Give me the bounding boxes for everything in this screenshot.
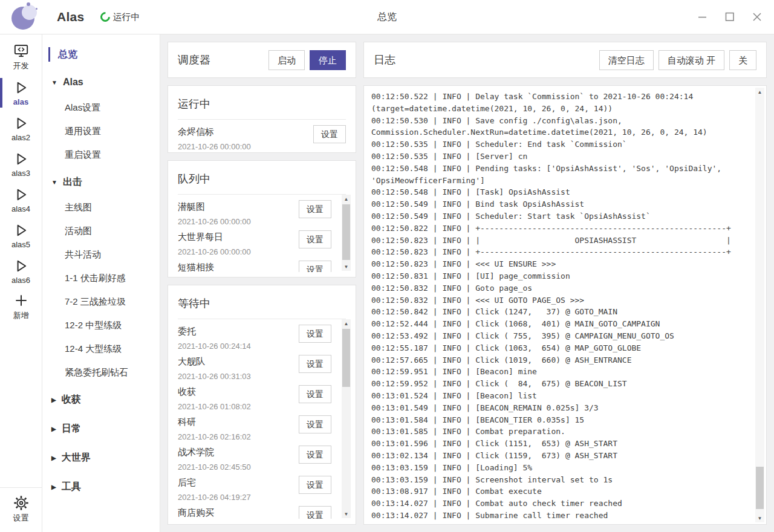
task-settings-button[interactable]: 设置 <box>299 476 331 494</box>
scroll-down-icon[interactable]: ▼ <box>342 510 351 518</box>
task-settings-button[interactable]: 设置 <box>299 506 331 519</box>
log-line: 00:13:01.596 | INFO | Click (1151, 653) … <box>371 438 748 450</box>
task-settings-button[interactable]: 设置 <box>299 385 331 403</box>
maximize-button[interactable] <box>724 11 736 23</box>
task-name: 委托 <box>178 325 251 337</box>
rail-item-alas4[interactable]: alas4 <box>0 182 42 218</box>
log-line: 00:12:50.823 | INFO | <<< UI ENSURE >>> <box>371 258 748 270</box>
log-line: 00:12:50.832 | INFO | <<< UI GOTO PAGE_O… <box>371 294 748 307</box>
stop-button[interactable]: 停止 <box>310 50 346 70</box>
scroll-up-icon[interactable]: ▲ <box>342 319 351 328</box>
nav-item-restart-settings[interactable]: 重启设置 <box>42 143 160 167</box>
scroll-down-icon[interactable]: ▼ <box>755 514 764 522</box>
log-line: 00:12:55.187 | INFO | Click (1063, 654) … <box>371 342 748 354</box>
log-line: 00:12:59.952 | INFO | Click ( 84, 675) @… <box>371 378 748 390</box>
start-button[interactable]: 启动 <box>268 50 305 70</box>
task-settings-button[interactable]: 设置 <box>299 230 331 248</box>
task-row: 战术学院 2021-10-26 02:45:50 设置 <box>178 446 331 476</box>
scroll-up-icon[interactable]: ▲ <box>342 195 351 203</box>
expand-arrow-icon: ▶ <box>51 397 56 403</box>
running-title: 运行中 <box>178 93 346 120</box>
task-next-run-time: 2021-10-26 01:08:02 <box>178 398 251 411</box>
play-icon <box>13 151 29 167</box>
nav-item-group-os[interactable]: ▶ 大世界 <box>42 444 160 472</box>
icon-rail-bottom: 设置 <box>0 487 42 532</box>
rail-item-settings[interactable]: 设置 <box>0 491 42 527</box>
rail-item-alas5[interactable]: alas5 <box>0 218 42 253</box>
nav-item-group-tool[interactable]: ▶ 工具 <box>42 473 160 501</box>
task-row: 大舰队 2021-10-26 00:31:03 设置 <box>178 355 331 385</box>
nav-item-group-daily[interactable]: ▶ 日常 <box>42 415 160 443</box>
expand-arrow-icon: ▶ <box>51 484 56 490</box>
rail-item-alas6[interactable]: alas6 <box>0 253 42 289</box>
log-line: 00:12:57.665 | INFO | Click (1019, 660) … <box>371 354 748 366</box>
task-settings-button[interactable]: 设置 <box>299 446 331 464</box>
expand-arrow-icon: ▼ <box>51 79 57 86</box>
log-line: 00:13:01.584 | INFO | [BEACON_TIER 0.035… <box>371 414 748 426</box>
waiting-title: 等待中 <box>178 293 346 319</box>
nav-item-coalition-event[interactable]: 共斗活动 <box>42 243 160 267</box>
log-line: 00:12:50.831 | INFO | [UI] page_commissi… <box>371 270 748 282</box>
rail-item-alas2[interactable]: alas2 <box>0 111 42 146</box>
task-settings-button[interactable]: 设置 <box>299 415 331 433</box>
task-settings-button[interactable]: 设置 <box>299 325 331 343</box>
scheduler-status: 运行中 <box>100 11 140 23</box>
nav-item-overview[interactable]: 总览 <box>42 42 160 67</box>
queued-scrollbar[interactable]: ▲ ▼ <box>342 195 351 271</box>
nav-item-main-map[interactable]: 主线图 <box>42 196 160 219</box>
scroll-thumb[interactable] <box>342 204 350 260</box>
nav-item-alas-settings[interactable]: Alas设置 <box>42 96 160 120</box>
rail-item-alas3[interactable]: alas3 <box>0 146 42 182</box>
nav-item-map-7-2[interactable]: 7-2 三战捡垃圾 <box>42 290 160 314</box>
log-line: 00:12:50.822 | INFO | +-----------------… <box>371 222 748 235</box>
log-line: 00:12:50.548 | INFO | Pending tasks: ['O… <box>371 163 748 187</box>
log-line: 00:13:14.027 | INFO | Submarine call tim… <box>371 510 748 522</box>
task-next-run-time: 2021-10-26 02:45:50 <box>178 458 251 472</box>
nav-item-group-reward[interactable]: ▶ 收获 <box>42 386 160 414</box>
log-line: 00:12:52.444 | INFO | Click (1068, 401) … <box>371 318 748 330</box>
nav-item-map-12-4[interactable]: 12-4 大型练级 <box>42 337 160 361</box>
play-icon <box>13 80 29 96</box>
close-button[interactable] <box>751 11 763 23</box>
autoscroll-on-button[interactable]: 自动滚动 开 <box>659 50 724 70</box>
task-name: 潜艇图 <box>178 200 251 213</box>
task-settings-button[interactable]: 设置 <box>299 261 331 272</box>
autoscroll-off-button[interactable]: 关 <box>729 50 756 70</box>
nav-item-map-12-2[interactable]: 12-2 中型练级 <box>42 314 160 337</box>
queued-title: 队列中 <box>178 168 346 195</box>
clear-log-button[interactable]: 清空日志 <box>599 50 654 70</box>
task-next-run-time: 2021-10-26 00:31:03 <box>178 368 251 381</box>
app-window: Alas 运行中 总览 开发 alas a <box>0 0 774 532</box>
task-row: 后宅 2021-10-26 04:19:27 设置 <box>178 476 331 506</box>
nav-item-urgent-commission[interactable]: 紧急委托刷钻石 <box>42 361 160 384</box>
log-line: 00:13:08.917 | INFO | Combat execute <box>371 485 748 498</box>
waiting-scrollbar[interactable]: ▲ ▼ <box>342 319 351 518</box>
nav-item-general-settings[interactable]: 通用设置 <box>42 120 160 143</box>
queued-task-list: 潜艇图 2021-10-26 00:00:00 设置 大世界每日 2021-10… <box>178 195 331 272</box>
task-name: 收获 <box>178 385 251 398</box>
rail-item-add[interactable]: 新增 <box>0 289 42 325</box>
task-settings-button[interactable]: 设置 <box>299 355 331 373</box>
scroll-thumb[interactable] <box>342 329 350 387</box>
log-column: 日志 清空日志 自动滚动 开 关 00:12:50.522 | INFO | D… <box>363 42 767 525</box>
nav-item-map-1-1[interactable]: 1-1 伏击刷好感 <box>42 267 160 290</box>
scroll-down-icon[interactable]: ▼ <box>342 262 351 271</box>
rail-item-dev[interactable]: 开发 <box>0 39 42 75</box>
rail-item-alas[interactable]: alas <box>0 75 42 111</box>
log-lines: 00:12:50.522 | INFO | Delay task `Commis… <box>371 91 748 522</box>
task-settings-button[interactable]: 设置 <box>313 125 346 143</box>
scroll-thumb[interactable] <box>756 467 764 509</box>
expand-arrow-icon: ▶ <box>51 426 56 432</box>
nav-item-group-sortie[interactable]: ▼ 出击 <box>42 168 160 196</box>
scroll-up-icon[interactable]: ▲ <box>755 88 764 96</box>
task-row: 商店购买 设置 <box>178 506 331 519</box>
task-name: 大世界每日 <box>178 230 251 243</box>
expand-arrow-icon: ▼ <box>51 179 57 186</box>
waiting-task-list: 委托 2021-10-26 00:24:14 设置 大舰队 2021-10-26… <box>178 319 331 519</box>
minimize-button[interactable] <box>697 11 709 23</box>
nav-item-event-map[interactable]: 活动图 <box>42 219 160 243</box>
log-line: 00:13:03.159 | INFO | Screenshot interva… <box>371 474 748 486</box>
nav-item-group-alas[interactable]: ▼ Alas <box>42 68 160 96</box>
log-scrollbar[interactable]: ▲ ▼ <box>755 88 764 522</box>
task-settings-button[interactable]: 设置 <box>299 200 331 218</box>
